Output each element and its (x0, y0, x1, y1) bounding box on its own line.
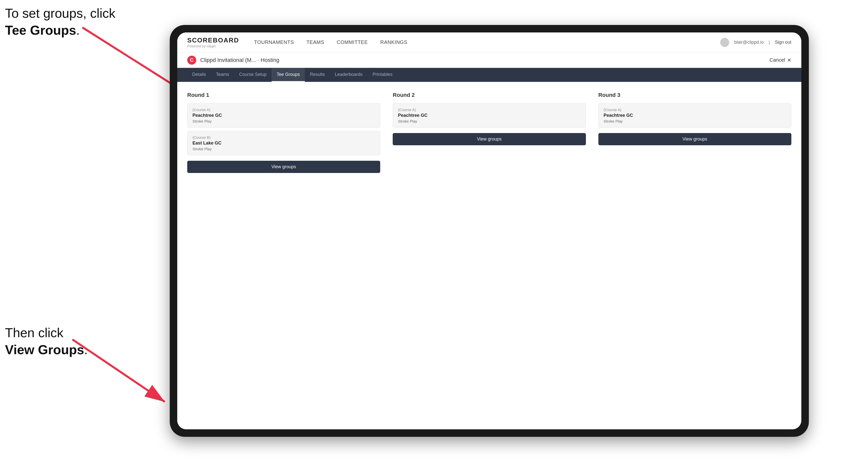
round-2-course-a-type: Stroke Play (398, 119, 581, 123)
nav-teams[interactable]: TEAMS (306, 39, 324, 45)
round-1-title: Round 1 (187, 92, 380, 98)
main-content: Round 1 (Course A) Peachtree GC Stroke P… (177, 82, 801, 429)
logo-area: SCOREBOARD Powered by clippit (187, 36, 239, 48)
round-3-section: Round 3 (Course A) Peachtree GC Stroke P… (598, 92, 792, 173)
round-2-view-groups-button[interactable]: View groups (393, 133, 586, 145)
round-1-course-a-type: Stroke Play (192, 119, 375, 123)
nav-tournaments[interactable]: TOURNAMENTS (254, 39, 294, 45)
annotation-top: To set groups, click Tee Groups. (5, 5, 115, 39)
annotation-bottom-line1: Then click (5, 325, 63, 340)
round-1-course-b-label: (Course B) (192, 135, 375, 139)
nav-right: blair@clippd.io | Sign out (720, 38, 792, 47)
round-2-course-a-card: (Course A) Peachtree GC Stroke Play (393, 103, 586, 128)
round-1-course-a-name: Peachtree GC (192, 113, 375, 118)
annotation-top-line1: To set groups, click (5, 6, 115, 21)
sub-nav: C Clippd Invitational (M... · Hosting Ca… (177, 53, 801, 68)
nav-rankings[interactable]: RANKINGS (380, 39, 407, 45)
user-avatar (720, 38, 729, 47)
round-1-course-b-name: East Lake GC (192, 141, 375, 146)
tab-tee-groups[interactable]: Tee Groups (272, 68, 305, 82)
round-3-course-a-name: Peachtree GC (603, 113, 786, 118)
tournament-name: Clippd Invitational (M... · Hosting (200, 57, 770, 63)
round-1-course-a-label: (Course A) (192, 107, 375, 112)
round-1-view-groups-button[interactable]: View groups (187, 161, 380, 173)
tournament-icon: C (187, 56, 196, 65)
tab-details[interactable]: Details (187, 68, 211, 82)
rounds-grid: Round 1 (Course A) Peachtree GC Stroke P… (187, 92, 792, 173)
round-1-section: Round 1 (Course A) Peachtree GC Stroke P… (187, 92, 380, 173)
cancel-button[interactable]: Cancel ✕ (770, 57, 792, 63)
round-1-course-b-type: Stroke Play (192, 147, 375, 151)
tablet-device: SCOREBOARD Powered by clippit TOURNAMENT… (170, 25, 809, 437)
top-nav: SCOREBOARD Powered by clippit TOURNAMENT… (177, 32, 801, 53)
round-3-course-a-label: (Course A) (603, 107, 786, 112)
round-2-title: Round 2 (393, 92, 586, 98)
round-3-course-a-type: Stroke Play (603, 119, 786, 123)
annotation-bottom-line2: View Groups (5, 342, 84, 357)
round-3-view-groups-button[interactable]: View groups (598, 133, 792, 145)
tab-leaderboards[interactable]: Leaderboards (330, 68, 368, 82)
round-1-course-b-card: (Course B) East Lake GC Stroke Play (187, 131, 380, 155)
tablet-screen: SCOREBOARD Powered by clippit TOURNAMENT… (177, 32, 801, 429)
annotation-top-line2: Tee Groups (5, 23, 76, 37)
round-2-course-a-label: (Course A) (398, 107, 581, 112)
tab-teams[interactable]: Teams (211, 68, 234, 82)
annotation-bottom: Then click View Groups. (5, 324, 88, 358)
nav-links: TOURNAMENTS TEAMS COMMITTEE RANKINGS (254, 39, 720, 45)
round-1-course-a-card: (Course A) Peachtree GC Stroke Play (187, 103, 380, 128)
round-2-course-a-name: Peachtree GC (398, 113, 581, 118)
user-email: blair@clippd.io (734, 40, 764, 45)
logo-sub: Powered by clippit (187, 44, 239, 48)
round-2-section: Round 2 (Course A) Peachtree GC Stroke P… (393, 92, 586, 173)
tab-bar: Details Teams Course Setup Tee Groups Re… (177, 68, 801, 82)
round-3-course-a-card: (Course A) Peachtree GC Stroke Play (598, 103, 792, 128)
round-3-title: Round 3 (598, 92, 792, 98)
nav-committee[interactable]: COMMITTEE (337, 39, 368, 45)
tab-results[interactable]: Results (305, 68, 330, 82)
logo-text: SCOREBOARD (187, 36, 239, 44)
sign-out-link[interactable]: Sign out (775, 40, 792, 45)
tab-printables[interactable]: Printables (368, 68, 397, 82)
tab-course-setup[interactable]: Course Setup (234, 68, 272, 82)
